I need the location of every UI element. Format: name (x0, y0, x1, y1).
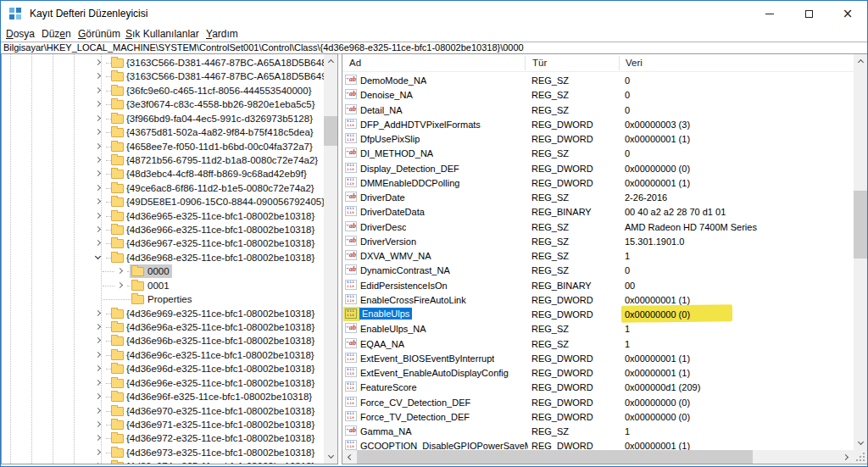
list-vertical-scrollbar[interactable] (854, 54, 867, 450)
list-horizontal-scrollbar[interactable] (342, 450, 854, 464)
scroll-left-button[interactable] (342, 450, 356, 464)
chevron-right-icon[interactable] (95, 101, 101, 107)
chevron-right-icon[interactable] (95, 198, 101, 204)
column-header-data[interactable]: Veri (626, 58, 643, 68)
tree-item[interactable]: Properties (2, 292, 324, 306)
tree-item[interactable]: {4d36e973-e325-11ce-bfc1-08002be10318} (2, 446, 324, 459)
chevron-right-icon[interactable] (95, 185, 101, 191)
registry-value-row[interactable]: 011110Display_Detection_DEFREG_DWORD0x00… (342, 161, 854, 175)
tree-item[interactable]: {3163C566-D381-4467-87BC-A65A18D5B649} (2, 69, 324, 83)
column-separator[interactable] (525, 56, 526, 70)
registry-value-row[interactable]: 011110DMMEnableDDCPollingREG_DWORD0x0000… (342, 175, 854, 190)
registry-value-row[interactable]: "ab"DriverDateREG_SZ2-26-2016 (342, 190, 854, 204)
chevron-right-icon[interactable] (95, 157, 101, 163)
menu-item-3[interactable]: Sık Kullanılanlar (125, 28, 199, 40)
registry-value-row[interactable]: "ab"Detail_NAREG_SZ0 (342, 103, 854, 117)
column-header-type[interactable]: Tür (532, 58, 547, 68)
registry-value-row[interactable]: 011110EdidPersistenceIsOnREG_BINARY00 (342, 278, 854, 292)
scroll-down-button[interactable] (854, 436, 867, 450)
registry-value-row[interactable]: 011110GCOOPTION_DisableGPIOPowerSaveM...… (342, 438, 854, 450)
chevron-right-icon[interactable] (95, 213, 101, 219)
tree-vertical-scrollbar[interactable] (324, 54, 337, 464)
minimize-button[interactable] (750, 1, 789, 26)
chevron-right-icon[interactable] (117, 282, 123, 288)
chevron-right-icon[interactable] (95, 59, 101, 65)
chevron-right-icon[interactable] (95, 226, 101, 232)
tree-item[interactable]: 0001 (2, 279, 324, 292)
tree-item[interactable]: {3e3f0674-c83c-4558-bb26-9820e1eba5c5} (2, 97, 324, 111)
chevron-right-icon[interactable] (95, 73, 101, 79)
registry-value-row[interactable]: "ab"Gamma_NAREG_SZ1 (342, 424, 854, 438)
chevron-right-icon[interactable] (95, 365, 101, 371)
chevron-right-icon[interactable] (95, 337, 101, 343)
chevron-right-icon[interactable] (95, 142, 101, 148)
tree-item[interactable]: {4d36e96f-e325-11ce-bfc1-08002be10318} (2, 390, 324, 403)
scroll-up-button[interactable] (324, 54, 337, 68)
chevron-right-icon[interactable] (117, 268, 123, 274)
resize-grip[interactable] (863, 459, 865, 461)
chevron-right-icon[interactable] (95, 421, 101, 427)
tree-item[interactable]: {4d36e972-e325-11ce-bfc1-08002be10318} (2, 431, 324, 445)
registry-value-row[interactable]: "ab"DynamicContrast_NAREG_SZ0 (342, 263, 854, 277)
tree-item[interactable]: {4d36e971-e325-11ce-bfc1-08002be10318} (2, 418, 324, 431)
column-header-name[interactable]: Ad (349, 58, 361, 68)
registry-value-row[interactable]: "ab"DXVA_WMV_NAREG_SZ1 (342, 248, 854, 263)
tree-item[interactable]: {4d36e968-e325-11ce-bfc1-08002be10318} (2, 251, 324, 264)
scroll-down-button[interactable] (324, 450, 337, 464)
registry-value-row[interactable]: "ab"EQAA_NAREG_SZ1 (342, 336, 854, 351)
address-bar[interactable]: Bilgisayar\HKEY_LOCAL_MACHINE\SYSTEM\Con… (1, 42, 867, 54)
registry-value-row[interactable]: 011110DriverDateDataREG_BINARY00 40 a2 a… (342, 204, 854, 219)
tree-item[interactable]: {4d36e974-e325-11ce-bfc1-08002be10318} (2, 459, 324, 464)
tree-item[interactable]: {4d36e969-e325-11ce-bfc1-08002be10318} (2, 307, 324, 320)
tree-item[interactable]: {3163C566-D381-4467-87BC-A65A18D5B648} (2, 56, 324, 69)
registry-value-row[interactable]: 011110ExtEvent_BIOSEventByInterruptREG_D… (342, 351, 854, 365)
registry-value-row[interactable]: 011110DFP_AddHDTVPixelFormatsREG_DWORD0x… (342, 117, 854, 131)
tree-item[interactable]: {4658ee7e-f050-11d1-b6bd-00c04fa372a7} (2, 140, 324, 153)
tree-item[interactable]: {4d36e965-e325-11ce-bfc1-08002be10318} (2, 209, 324, 223)
tree-item[interactable]: {48721b56-6795-11d2-b1a8-0080c72e74a2} (2, 153, 324, 167)
registry-value-row[interactable]: "ab"DemoMode_NAREG_SZ0 (342, 73, 854, 87)
registry-value-row[interactable]: "ab"DI_METHOD_NAREG_SZ0 (342, 146, 854, 160)
registry-value-row[interactable]: 011110EnableUlpsREG_DWORD0x00000000 (0) (342, 307, 854, 321)
registry-value-row[interactable]: 011110Force_CV_Detection_DEFREG_DWORD0x0… (342, 395, 854, 409)
scroll-thumb[interactable] (324, 116, 337, 146)
tree-item[interactable]: {3f966bd9-fa04-4ec5-991c-d326973b5128} (2, 112, 324, 125)
menu-item-0[interactable]: Dosya (6, 28, 35, 40)
column-separator[interactable] (619, 56, 620, 70)
registry-value-row[interactable]: "ab"DriverVersionREG_SZ15.301.1901.0 (342, 234, 854, 248)
close-button[interactable]: × (828, 1, 867, 26)
registry-value-row[interactable]: 011110FeatureScoreREG_DWORD0x000000d1 (2… (342, 380, 854, 394)
chevron-right-icon[interactable] (95, 463, 101, 464)
scroll-up-button[interactable] (854, 54, 867, 68)
registry-value-row[interactable]: 011110Force_TV_Detection_DEFREG_DWORD0x0… (342, 409, 854, 424)
tree-item[interactable]: {4d36e970-e325-11ce-bfc1-08002be10318} (2, 404, 324, 418)
tree-item[interactable]: {49ce6ac8-6f86-11d2-b1e5-0080c72e74a2} (2, 181, 324, 195)
tree-item[interactable]: {4d36e96d-e325-11ce-bfc1-08002be10318} (2, 362, 324, 375)
tree-item[interactable]: {4d36e96a-e325-11ce-bfc1-08002be10318} (2, 320, 324, 334)
menu-item-4[interactable]: Yardım (206, 28, 238, 40)
registry-value-row[interactable]: 011110ExtEvent_EnableAutoDisplayConfigRE… (342, 365, 854, 380)
chevron-right-icon[interactable] (95, 310, 101, 316)
maximize-button[interactable] (789, 1, 828, 26)
tree-item[interactable]: {4d36e96e-e325-11ce-bfc1-08002be10318} (2, 376, 324, 390)
scroll-thumb[interactable] (357, 450, 753, 464)
chevron-right-icon[interactable] (95, 435, 101, 441)
chevron-right-icon[interactable] (95, 324, 101, 330)
chevron-right-icon[interactable] (95, 380, 101, 386)
registry-value-row[interactable]: "ab"Denoise_NAREG_SZ0 (342, 87, 854, 102)
menu-item-2[interactable]: Görünüm (78, 28, 120, 40)
chevron-right-icon[interactable] (95, 87, 101, 93)
tree-item[interactable]: 0000 (2, 264, 324, 278)
chevron-right-icon[interactable] (95, 393, 101, 399)
tree-item[interactable]: {4d36e967-e325-11ce-bfc1-08002be10318} (2, 236, 324, 250)
chevron-right-icon[interactable] (95, 129, 101, 135)
chevron-right-icon[interactable] (95, 170, 101, 176)
scroll-thumb[interactable] (854, 191, 867, 259)
tree-item[interactable]: {43675d81-502a-4a82-9f84-b75f418c5dea} (2, 125, 324, 139)
registry-value-row[interactable]: "ab"EnableUlps_NAREG_SZ1 (342, 321, 854, 336)
tree-item[interactable]: {36fc9e60-c465-11cf-8056-444553540000} (2, 84, 324, 97)
tree-item[interactable]: {4d36e96c-e325-11ce-bfc1-08002be10318} (2, 348, 324, 362)
menu-item-1[interactable]: Düzen (42, 28, 71, 40)
chevron-right-icon[interactable] (95, 115, 101, 121)
tree-item[interactable]: {49D5E8E1-0906-15C0-8844-090056792405} (2, 195, 324, 208)
